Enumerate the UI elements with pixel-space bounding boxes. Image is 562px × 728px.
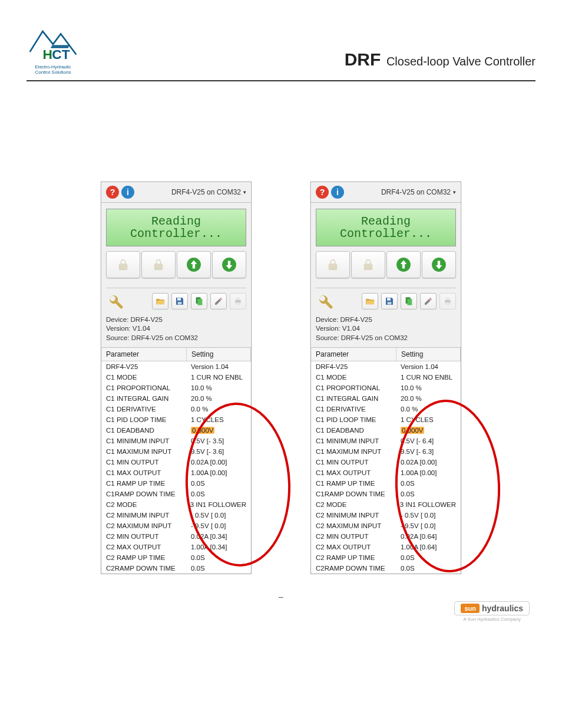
save-button[interactable] bbox=[381, 293, 398, 309]
print-button[interactable] bbox=[230, 293, 246, 309]
table-row[interactable]: C2 MINIMUM INPUT- 0.5V [ 0.0] bbox=[101, 510, 251, 521]
open-button[interactable] bbox=[152, 293, 168, 309]
version-label: Version: V1.04 bbox=[106, 324, 246, 334]
table-row[interactable]: C1 PROPORTIONAL10.0 % bbox=[101, 383, 251, 393]
col-parameter: Parameter bbox=[311, 348, 396, 361]
unlock-button[interactable] bbox=[351, 251, 385, 278]
upload-button[interactable] bbox=[177, 251, 211, 278]
table-row[interactable]: C2 MIN OUTPUT0.02A [0.34] bbox=[101, 531, 251, 542]
info-icon[interactable]: i bbox=[331, 186, 344, 199]
table-row[interactable]: DRF4-V25Version 1.04 bbox=[311, 361, 461, 372]
param-name: C2 MINIMUM INPUT bbox=[311, 510, 396, 521]
wrench-icon[interactable] bbox=[316, 292, 335, 311]
hct-logo: H CT Electro-Hydraulic Control Solutions bbox=[27, 24, 80, 75]
table-row[interactable]: C2 MINIMUM INPUT- 0.5V [ 0.0] bbox=[311, 510, 461, 521]
table-row[interactable]: C1 MINIMUM INPUT0.5V [- 6.4] bbox=[311, 436, 461, 446]
param-name: C2 MIN OUTPUT bbox=[101, 531, 186, 542]
setting-value: 1 CUR NO ENBL bbox=[191, 374, 243, 381]
controller-panel: ?iDRF4-V25 on COM32▾ReadingController...… bbox=[101, 182, 252, 575]
device-selector[interactable]: DRF4-V25 on COM32▾ bbox=[381, 188, 456, 196]
table-row[interactable]: C1 DEADBAND0.000V bbox=[101, 425, 251, 436]
setting-value: 9.5V [- 3.6] bbox=[191, 448, 224, 455]
print-button[interactable] bbox=[439, 293, 456, 309]
table-row[interactable]: C1 DEADBAND0.000V bbox=[311, 425, 461, 436]
setting-value: 1 CYCLES bbox=[401, 416, 434, 423]
edit-button[interactable] bbox=[420, 293, 437, 309]
param-name: DRF4-V25 bbox=[101, 361, 186, 372]
param-name: C1 MINIMUM INPUT bbox=[101, 436, 186, 446]
table-row[interactable]: C1 MINIMUM INPUT0.5V [- 3.5] bbox=[101, 436, 251, 446]
table-row[interactable]: C2 MAXIMUM INPUT- 9.5V [ 0.0] bbox=[101, 521, 251, 531]
copy-button[interactable] bbox=[401, 293, 417, 309]
col-parameter: Parameter bbox=[101, 348, 187, 361]
table-row[interactable]: C1 DERIVATIVE0.0 % bbox=[101, 404, 251, 414]
param-name: C1 MAX OUTPUT bbox=[311, 467, 396, 478]
table-row[interactable]: C1 MAXIMUM INPUT9.5V [- 3.6] bbox=[101, 446, 251, 457]
param-name: C1 RAMP UP TIME bbox=[101, 478, 186, 489]
param-name: C1 MAXIMUM INPUT bbox=[311, 446, 396, 457]
param-name: C1 MINIMUM INPUT bbox=[311, 436, 396, 446]
download-button[interactable] bbox=[422, 251, 456, 278]
table-row[interactable]: C1 INTEGRAL GAIN20.0 % bbox=[311, 393, 461, 404]
table-row[interactable]: C1 INTEGRAL GAIN20.0 % bbox=[101, 393, 251, 404]
table-row[interactable]: C1RAMP DOWN TIME0.0S bbox=[311, 489, 461, 499]
table-row[interactable]: C2 MAX OUTPUT1.00A [0.34] bbox=[101, 542, 251, 552]
help-icon[interactable]: ? bbox=[106, 186, 119, 199]
table-row[interactable]: C1 MIN OUTPUT0.02A [0.00] bbox=[311, 457, 461, 467]
setting-value: 0.0S bbox=[401, 565, 415, 572]
source-label: Source: DRF4-V25 on COM32 bbox=[316, 334, 456, 343]
table-row[interactable]: C1RAMP DOWN TIME0.0S bbox=[101, 489, 251, 499]
table-row[interactable]: C2 RAMP UP TIME0.0S bbox=[101, 552, 251, 563]
param-name: DRF4-V25 bbox=[311, 361, 396, 372]
sun-hydraulics-logo: sun hydraulics A Sun Hydraulics Company bbox=[454, 601, 530, 622]
setting-value: 0.0S bbox=[191, 554, 205, 561]
save-button[interactable] bbox=[171, 293, 188, 309]
table-row[interactable]: C2 MIN OUTPUT0.02A [0.64] bbox=[311, 531, 461, 542]
unlock-button[interactable] bbox=[141, 251, 176, 278]
lock-button[interactable] bbox=[316, 251, 350, 278]
table-row[interactable]: C1 MODE1 CUR NO ENBL bbox=[101, 372, 251, 383]
param-name: C1 INTEGRAL GAIN bbox=[311, 393, 396, 404]
param-name: C2 MODE bbox=[311, 499, 395, 510]
table-row[interactable]: C1 DERIVATIVE0.0 % bbox=[311, 404, 461, 414]
help-icon[interactable]: ? bbox=[316, 186, 329, 199]
param-name: C1 PID LOOP TIME bbox=[101, 414, 186, 425]
setting-value: - 9.5V [ 0.0] bbox=[191, 522, 226, 529]
param-name: C1 DEADBAND bbox=[311, 425, 396, 436]
table-row[interactable]: C2 MODE3 IN1 FOLLOWER bbox=[311, 499, 461, 510]
table-row[interactable]: C1 PID LOOP TIME1 CYCLES bbox=[311, 414, 461, 425]
table-row[interactable]: C1 MAX OUTPUT1.00A [0.00] bbox=[101, 467, 251, 478]
setting-value: 0.0S bbox=[191, 480, 205, 487]
copy-button[interactable] bbox=[191, 293, 207, 309]
table-row[interactable]: C2RAMP DOWN TIME0.0S bbox=[101, 563, 251, 574]
svg-rect-8 bbox=[197, 299, 202, 305]
setting-value: 0.0S bbox=[191, 490, 205, 498]
table-row[interactable]: C1 MIN OUTPUT0.02A [0.00] bbox=[101, 457, 251, 467]
table-row[interactable]: C1 PID LOOP TIME1 CYCLES bbox=[101, 414, 251, 425]
table-row[interactable]: C2 MAX OUTPUT1.00A [0.64] bbox=[311, 542, 461, 552]
open-button[interactable] bbox=[362, 293, 378, 309]
page-dash: – bbox=[27, 592, 535, 601]
wrench-icon[interactable] bbox=[106, 292, 125, 311]
info-icon[interactable]: i bbox=[121, 186, 134, 199]
table-row[interactable]: C1 MAX OUTPUT1.00A [0.00] bbox=[311, 467, 461, 478]
edit-button[interactable] bbox=[210, 293, 227, 309]
lock-button[interactable] bbox=[106, 251, 140, 278]
table-row[interactable]: C2 RAMP UP TIME0.0S bbox=[311, 552, 461, 563]
upload-button[interactable] bbox=[386, 251, 421, 278]
table-row[interactable]: DRF4-V25Version 1.04 bbox=[101, 361, 251, 372]
table-row[interactable]: C1 MAXIMUM INPUT9.5V [- 6.3] bbox=[311, 446, 461, 457]
download-button[interactable] bbox=[212, 251, 246, 278]
setting-value: 0.000V bbox=[191, 427, 214, 434]
device-selector[interactable]: DRF4-V25 on COM32▾ bbox=[171, 188, 246, 196]
table-row[interactable]: C2 MAXIMUM INPUT- 9.5V [ 0.0] bbox=[311, 521, 461, 531]
table-row[interactable]: C2 MODE3 IN1 FOLLOWER bbox=[101, 499, 251, 510]
table-row[interactable]: C2RAMP DOWN TIME0.0S bbox=[311, 563, 461, 574]
device-selector-label: DRF4-V25 on COM32 bbox=[381, 188, 451, 196]
table-row[interactable]: C1 PROPORTIONAL10.0 % bbox=[311, 383, 461, 393]
table-row[interactable]: C1 MODE1 CUR NO ENBL bbox=[311, 372, 461, 383]
setting-value: 1.00A [0.64] bbox=[401, 543, 437, 551]
setting-value: 0.02A [0.34] bbox=[191, 533, 227, 540]
table-row[interactable]: C1 RAMP UP TIME0.0S bbox=[311, 478, 461, 489]
table-row[interactable]: C1 RAMP UP TIME0.0S bbox=[101, 478, 251, 489]
